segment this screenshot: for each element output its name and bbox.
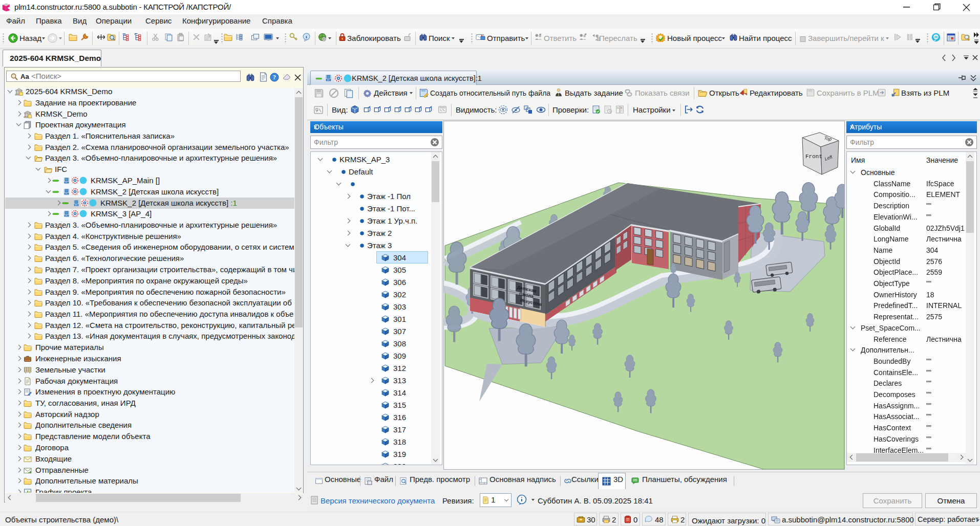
svg-text:?: ? [273,74,276,81]
svg-text:B: B [621,106,623,109]
svg-text:Front: Front [805,154,822,160]
svg-text:A: A [617,106,619,109]
